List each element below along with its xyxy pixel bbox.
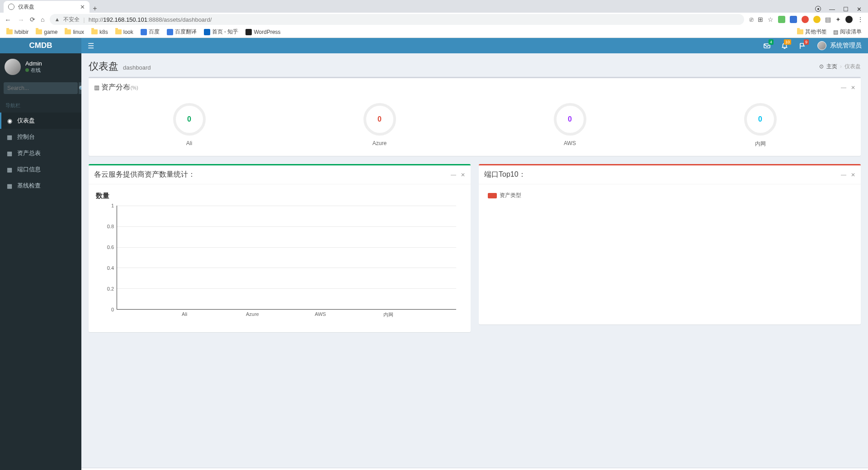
close-window-icon[interactable]: ✕ [857,6,862,13]
extension-abp-icon[interactable] [802,16,809,23]
nav-flag[interactable]: 9 [793,38,811,53]
dist-item-Ali: 0Ali [94,101,284,151]
sidebar-item-控制台[interactable]: ▦控制台 [0,129,81,145]
home-button[interactable]: ⌂ [41,16,44,23]
breadcrumb: ⊙ 主页 › 仪表盘 [819,63,861,70]
dist-item-AWS: 0AWS [475,101,665,151]
remove-button[interactable]: ✕ [461,172,465,178]
incognito-icon[interactable] [815,6,821,12]
remove-button[interactable]: ✕ [851,85,855,91]
asset-distribution-panel: ▥ 资产分布(%) — ✕ 0Ali0Azure0AWS0内网 [89,77,861,156]
browser-tab[interactable]: 仪表盘 ✕ [4,1,90,13]
site-icon [245,29,252,35]
dist-label: 内网 [755,140,766,148]
chart-legend: 资产类型 [484,189,855,202]
forward-button[interactable]: → [18,16,24,24]
sidebar-item-label: 端口信息 [17,165,41,174]
bookmark-link[interactable]: 百度 [141,28,160,36]
profile-icon[interactable] [845,16,853,23]
reload-button[interactable]: ⟳ [30,16,35,23]
dist-value: 0 [363,103,396,136]
cloud-assets-chart-panel: 各云服务提供商资产数量统计： — ✕ 数量 00.20.40.60.81 [89,164,471,332]
bookmark-folder[interactable]: game [36,29,57,35]
bookmark-folder[interactable]: k8s [91,29,108,35]
back-button[interactable]: ← [5,16,11,24]
legend-swatch [488,193,497,198]
collapse-button[interactable]: — [451,172,456,178]
minimize-icon[interactable]: — [829,6,835,13]
new-tab-button[interactable]: + [90,5,100,13]
insecure-label: 不安全 [63,16,80,24]
panel-title: ▥ 资产分布(%) [94,83,138,92]
insecure-icon: ▲ [54,16,60,23]
y-tick: 0.8 [107,224,114,229]
extension-icon[interactable] [813,16,821,23]
globe-icon [8,4,14,10]
folder-icon [36,29,42,34]
extension-icon[interactable] [778,16,785,23]
dist-value: 0 [554,103,586,136]
sidebar-search: 🔍 [4,82,78,94]
avatar [5,59,21,75]
nav-bell[interactable]: 10 [776,38,793,53]
footer: Copyright © 2019 JC0o0l的博客. All rights r… [81,468,868,470]
bookmark-star-icon[interactable]: ☆ [768,16,774,23]
collapse-button[interactable]: — [841,85,846,91]
nav-mail[interactable]: 4 [758,38,776,53]
content: 仪表盘 dashboard ⊙ 主页 › 仪表盘 ▥ 资产分布(%) — [81,53,868,470]
folder-icon [115,29,122,34]
bookmark-folder[interactable]: linux [65,29,84,35]
reading-list[interactable]: ▤阅读清单 [833,28,862,36]
app-logo[interactable]: CMDB [0,38,81,53]
dist-item-内网: 0内网 [665,101,855,151]
close-tab-icon[interactable]: ✕ [80,4,85,10]
online-dot-icon [25,68,29,72]
content-header: 仪表盘 dashboard ⊙ 主页 › 仪表盘 [81,53,868,77]
folder-icon [65,29,71,34]
bookmark-link[interactable]: 首页 - 知乎 [204,28,239,36]
sidebar-user-status: 在线 [25,67,42,74]
maximize-icon[interactable]: ☐ [843,6,849,13]
sidebar-item-label: 资产总表 [17,149,41,157]
x-tick: Azure [218,311,286,318]
url-field[interactable]: ▲ 不安全 | http://192.168.150.101:8888/asse… [50,14,744,25]
bookmark-other[interactable]: 其他书签 [797,28,827,36]
url-text: http://192.168.150.101:8888/assets/dashb… [89,16,212,23]
site-icon [204,29,210,35]
cast-icon[interactable]: ⎚ [750,16,753,23]
extensions-icon[interactable]: ✦ [835,16,841,23]
dist-label: Ali [186,140,192,146]
table-icon: ▦ [6,183,13,189]
y-tick: 0.2 [107,286,114,291]
nav-user[interactable]: 系统管理员 [811,41,868,50]
sidebar-toggle[interactable]: ☰ [81,42,100,50]
collapse-button[interactable]: — [841,172,846,178]
address-bar: ← → ⟳ ⌂ ▲ 不安全 | http://192.168.150.101:8… [0,13,868,26]
bookmark-bar: lvbibirgamelinuxk8slook 百度百度翻译首页 - 知乎Wor… [0,26,868,38]
site-icon [167,29,173,35]
x-tick: AWS [286,311,354,318]
bookmark-link[interactable]: 百度翻译 [167,28,197,36]
mail-badge: 4 [769,39,774,45]
browser-chrome: 仪表盘 ✕ + — ☐ ✕ ← → ⟳ ⌂ ▲ 不安全 | http://192… [0,0,868,38]
remove-button[interactable]: ✕ [851,172,855,178]
sidebar: Admin 在线 🔍 导航栏 ◉仪表盘▦控制台▦资产总表▦端口信息▦基线检查 [0,53,81,470]
dist-value: 0 [744,103,777,136]
menu-dots-icon[interactable]: ⋮ [857,16,863,23]
sidebar-item-基线检查[interactable]: ▦基线检查 [0,178,81,194]
flag-badge: 9 [804,39,809,45]
breadcrumb-home[interactable]: 主页 [826,63,837,70]
chart-title: 数量 [94,189,465,206]
reader-icon[interactable]: ▤ [825,16,831,23]
dist-item-Azure: 0Azure [284,101,475,151]
bookmark-folder[interactable]: look [115,29,133,35]
search-input[interactable] [4,82,79,94]
bookmark-folder[interactable]: lvbibir [6,29,28,35]
y-tick: 0.4 [107,265,114,271]
sidebar-item-资产总表[interactable]: ▦资产总表 [0,145,81,161]
bookmark-link[interactable]: WordPress [245,29,280,35]
sidebar-item-仪表盘[interactable]: ◉仪表盘 [0,113,81,129]
sidebar-item-端口信息[interactable]: ▦端口信息 [0,161,81,178]
extension-icon[interactable] [790,16,797,23]
qr-icon[interactable]: ⊞ [758,16,763,23]
